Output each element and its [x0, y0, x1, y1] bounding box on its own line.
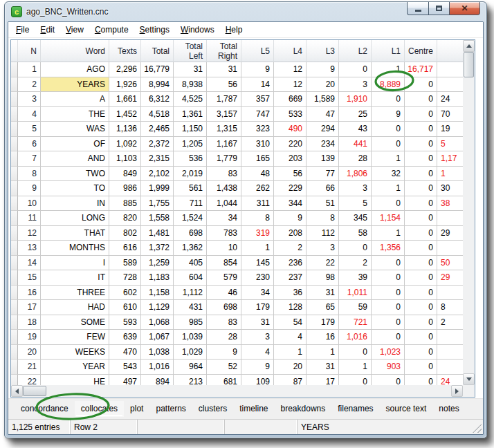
value-cell[interactable]: 9 — [207, 345, 241, 360]
value-cell[interactable]: 1 — [372, 181, 405, 196]
value-cell[interactable]: 0 — [339, 62, 372, 77]
value-cell[interactable]: 986 — [109, 181, 141, 196]
value-cell[interactable]: 1,029 — [174, 345, 207, 360]
value-cell[interactable]: 0 — [405, 286, 437, 301]
value-cell[interactable]: 1,154 — [372, 211, 405, 226]
value-cell[interactable]: 604 — [174, 270, 207, 286]
value-cell[interactable]: 0 — [405, 167, 437, 182]
tab-collocates[interactable]: collocates — [75, 401, 124, 417]
value-cell[interactable]: 213 — [174, 375, 207, 386]
column-header-l1[interactable]: L1 — [372, 40, 405, 62]
row-selector[interactable] — [11, 226, 18, 241]
row-selector[interactable] — [11, 360, 18, 375]
value-cell[interactable]: 783 — [207, 226, 241, 241]
value-cell[interactable]: 29 — [437, 270, 463, 286]
value-cell[interactable]: 747 — [241, 107, 274, 122]
row-number-cell[interactable]: 13 — [18, 241, 41, 256]
value-cell[interactable]: 1 — [274, 345, 307, 360]
row-number-cell[interactable]: 16 — [18, 286, 41, 301]
value-cell[interactable]: 237 — [274, 270, 307, 286]
value-cell[interactable]: 820 — [109, 211, 141, 226]
row-number-cell[interactable]: 22 — [18, 375, 41, 386]
scroll-down-button[interactable] — [463, 373, 475, 385]
value-cell[interactable]: 1,039 — [174, 330, 207, 345]
value-cell[interactable]: 0 — [372, 270, 405, 286]
value-cell[interactable]: 9 — [274, 211, 307, 226]
menu-item-compute[interactable]: Compute — [89, 24, 134, 36]
value-cell[interactable]: 0 — [339, 375, 372, 386]
value-cell[interactable]: 83 — [207, 315, 241, 330]
value-cell[interactable]: 0 — [372, 196, 405, 212]
value-cell[interactable]: 77 — [307, 167, 339, 182]
row-selector[interactable] — [11, 300, 18, 315]
row-number-cell[interactable]: 5 — [18, 122, 41, 137]
value-cell[interactable]: 2,372 — [141, 137, 174, 152]
row-number-cell[interactable]: 18 — [18, 315, 41, 330]
word-cell[interactable]: THE — [41, 107, 109, 122]
tab-patterns[interactable]: patterns — [149, 401, 192, 417]
value-cell[interactable]: 9 — [307, 62, 339, 77]
value-cell[interactable]: 1,103 — [109, 151, 141, 167]
menu-item-settings[interactable]: Settings — [134, 24, 175, 36]
vertical-scrollbar[interactable] — [463, 40, 475, 385]
value-cell[interactable]: 234 — [307, 137, 339, 152]
word-cell[interactable]: IN — [41, 196, 109, 212]
value-cell[interactable]: 145 — [241, 256, 274, 271]
value-cell[interactable]: 28 — [339, 151, 372, 167]
value-cell[interactable]: 203 — [274, 151, 307, 167]
value-cell[interactable]: 230 — [241, 270, 274, 286]
word-cell[interactable]: SOME — [41, 315, 109, 330]
value-cell[interactable]: 3,157 — [207, 107, 241, 122]
maximize-button[interactable] — [428, 2, 450, 15]
value-cell[interactable]: 698 — [207, 300, 241, 315]
value-cell[interactable]: 22 — [307, 256, 339, 271]
value-cell[interactable]: 1,806 — [339, 167, 372, 182]
value-cell[interactable]: 0 — [405, 256, 437, 271]
value-cell[interactable]: 31 — [241, 315, 274, 330]
value-cell[interactable]: 54 — [274, 315, 307, 330]
value-cell[interactable]: 698 — [174, 226, 207, 241]
value-cell[interactable]: 87 — [274, 375, 307, 386]
value-cell[interactable]: 985 — [174, 315, 207, 330]
value-cell[interactable]: 0 — [405, 151, 437, 167]
word-cell[interactable]: A — [41, 92, 109, 107]
value-cell[interactable]: 0 — [405, 375, 437, 386]
word-cell[interactable]: LONG — [41, 211, 109, 226]
value-cell[interactable]: 0 — [372, 286, 405, 301]
value-cell[interactable]: 20 — [274, 360, 307, 375]
value-cell[interactable]: 16,779 — [141, 62, 174, 77]
value-cell[interactable]: 24 — [437, 375, 463, 386]
value-cell[interactable]: 294 — [307, 122, 339, 137]
value-cell[interactable]: 1,755 — [141, 196, 174, 212]
value-cell[interactable]: 24 — [437, 92, 463, 107]
menu-item-file[interactable]: File — [10, 24, 35, 36]
value-cell[interactable]: 1,038 — [141, 345, 174, 360]
value-cell[interactable]: 1,362 — [174, 241, 207, 256]
value-cell[interactable]: 0 — [372, 375, 405, 386]
value-cell[interactable]: 50 — [437, 256, 463, 271]
value-cell[interactable]: 28 — [207, 330, 241, 345]
row-number-cell[interactable]: 21 — [18, 360, 41, 375]
word-cell[interactable]: WAS — [41, 122, 109, 137]
row-selector[interactable] — [11, 196, 18, 212]
value-cell[interactable]: 310 — [241, 137, 274, 152]
value-cell[interactable]: 9 — [241, 360, 274, 375]
value-cell[interactable]: 1 — [307, 345, 339, 360]
value-cell[interactable]: 1,558 — [141, 211, 174, 226]
value-cell[interactable]: 59 — [339, 300, 372, 315]
value-cell[interactable]: 854 — [207, 256, 241, 271]
value-cell[interactable]: 0 — [372, 330, 405, 345]
tab-clusters[interactable]: clusters — [192, 401, 233, 417]
value-cell[interactable]: 1,661 — [109, 92, 141, 107]
row-number-cell[interactable]: 1 — [18, 62, 41, 77]
value-cell[interactable]: 0 — [405, 122, 437, 137]
value-cell[interactable]: 39 — [339, 270, 372, 286]
column-header-total-left[interactable]: Total Left — [174, 40, 207, 62]
value-cell[interactable]: 4 — [274, 330, 307, 345]
horizontal-scroll-thumb[interactable] — [23, 386, 46, 396]
value-cell[interactable]: 2,465 — [141, 122, 174, 137]
horizontal-scrollbar[interactable] — [11, 385, 463, 397]
value-cell[interactable]: 34 — [207, 211, 241, 226]
value-cell[interactable]: 34 — [241, 286, 274, 301]
value-cell[interactable]: 561 — [174, 181, 207, 196]
